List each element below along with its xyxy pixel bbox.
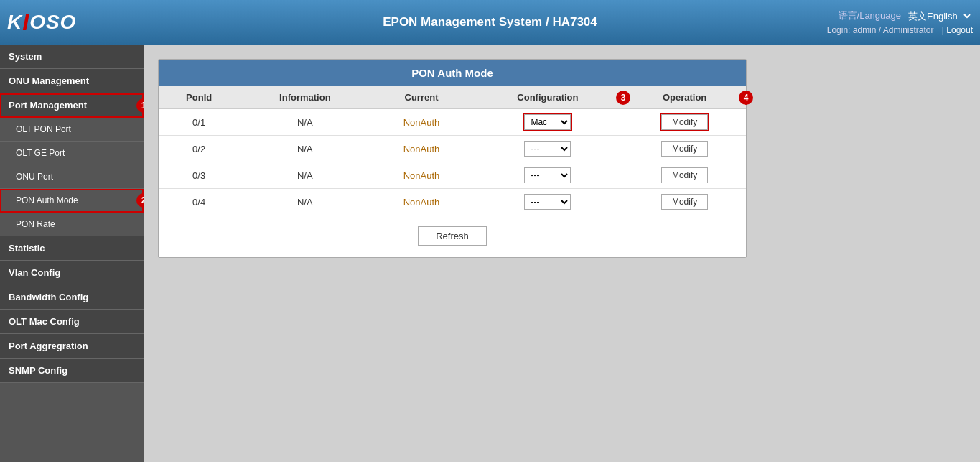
- table-title: PON Auth Mode: [159, 60, 746, 86]
- layout: System ONU Management Port Management 1 …: [0, 45, 980, 462]
- config-select-row4[interactable]: --- Mac Loid Hybrid: [524, 194, 571, 210]
- sidebar-item-olt-pon-port[interactable]: OLT PON Port: [0, 118, 144, 142]
- sidebar-item-vlan-config[interactable]: Vlan Config: [0, 261, 144, 285]
- cell-current: NonAuth: [370, 189, 472, 216]
- cell-current: NonAuth: [370, 109, 472, 136]
- header-right: 语言/Language 英文English 中文Chinese Login: a…: [827, 9, 973, 35]
- modify-button-row3[interactable]: Modify: [661, 167, 708, 183]
- sidebar-item-olt-ge-port[interactable]: OLT GE Port: [0, 142, 144, 165]
- sidebar-item-bandwidth-config[interactable]: Bandwidth Config: [0, 285, 144, 310]
- cell-config: --- Mac Loid Hybrid: [472, 189, 624, 216]
- col-current: Current: [370, 86, 472, 109]
- col-configuration: Configuration 3: [472, 86, 624, 109]
- refresh-button[interactable]: Refresh: [418, 226, 487, 246]
- table-header-row: PonId Information Current Configuration …: [159, 86, 746, 109]
- table-row: 0/3 N/A NonAuth --- Mac Loid Hybrid: [159, 162, 746, 189]
- logo-area: KIOSO: [7, 9, 76, 36]
- sidebar-item-pon-auth-mode[interactable]: PON Auth Mode 2: [0, 189, 144, 213]
- modify-button-row2[interactable]: Modify: [661, 141, 708, 157]
- sidebar-item-onu-management[interactable]: ONU Management: [0, 69, 144, 93]
- badge-1: 1: [136, 98, 144, 113]
- main-content: PON Auth Mode PonId Information Current …: [144, 45, 980, 462]
- config-select-row3[interactable]: --- Mac Loid Hybrid: [524, 167, 571, 183]
- sidebar: System ONU Management Port Management 1 …: [0, 45, 144, 462]
- config-select-row2[interactable]: --- Mac Loid Hybrid: [524, 141, 571, 157]
- cell-op: Modify: [623, 162, 746, 189]
- table-row: 0/4 N/A NonAuth --- Mac Loid Hybrid: [159, 189, 746, 216]
- cell-config: --- Mac Loid Hybrid: [472, 162, 624, 189]
- cell-ponid: 0/4: [159, 189, 239, 216]
- cell-info: N/A: [239, 109, 370, 136]
- table-row: 0/1 N/A NonAuth Mac --- Loid Hybrid: [159, 109, 746, 136]
- config-select-row1[interactable]: Mac --- Loid Hybrid: [524, 114, 571, 130]
- table-body: 0/1 N/A NonAuth Mac --- Loid Hybrid: [159, 109, 746, 216]
- modify-button-row1[interactable]: Modify: [661, 114, 708, 130]
- pon-auth-mode-table: PonId Information Current Configuration …: [159, 86, 746, 215]
- badge-4: 4: [739, 91, 753, 105]
- table-row: 0/2 N/A NonAuth --- Mac Loid Hybrid: [159, 136, 746, 162]
- language-select[interactable]: 英文English 中文Chinese: [905, 10, 973, 22]
- sidebar-item-statistic[interactable]: Statistic: [0, 236, 144, 261]
- cell-config: Mac --- Loid Hybrid: [472, 109, 624, 136]
- lang-label: 语言/Language: [839, 9, 901, 22]
- sidebar-item-pon-rate[interactable]: PON Rate: [0, 213, 144, 236]
- cell-config: --- Mac Loid Hybrid: [472, 136, 624, 162]
- cell-op: Modify: [623, 189, 746, 216]
- cell-info: N/A: [239, 136, 370, 162]
- col-operation: Operation 4: [623, 86, 746, 109]
- cell-current: NonAuth: [370, 136, 472, 162]
- col-ponid: PonId: [159, 86, 239, 109]
- cell-current: NonAuth: [370, 162, 472, 189]
- logout-link[interactable]: | Logout: [942, 25, 973, 35]
- sidebar-item-system[interactable]: System: [0, 45, 144, 69]
- cell-info: N/A: [239, 162, 370, 189]
- badge-2: 2: [136, 193, 144, 208]
- cell-op: Modify: [623, 136, 746, 162]
- cell-ponid: 0/3: [159, 162, 239, 189]
- sidebar-item-snmp-config[interactable]: SNMP Config: [0, 359, 144, 383]
- cell-ponid: 0/1: [159, 109, 239, 136]
- sidebar-item-onu-port[interactable]: ONU Port: [0, 165, 144, 189]
- modify-button-row4[interactable]: Modify: [661, 194, 708, 210]
- cell-op: Modify: [623, 109, 746, 136]
- refresh-area: Refresh: [159, 215, 746, 257]
- pon-auth-mode-table-container: PON Auth Mode PonId Information Current …: [158, 59, 747, 258]
- col-information: Information: [239, 86, 370, 109]
- sidebar-item-port-aggregation[interactable]: Port Aggregration: [0, 334, 144, 359]
- sidebar-item-port-management[interactable]: Port Management 1: [0, 93, 144, 118]
- sidebar-item-olt-mac-config[interactable]: OLT Mac Config: [0, 310, 144, 334]
- cell-ponid: 0/2: [159, 136, 239, 162]
- page-title: EPON Management System / HA7304: [383, 15, 597, 29]
- cell-info: N/A: [239, 189, 370, 216]
- login-info: Login: admin / Administrator: [827, 25, 934, 35]
- header: KIOSO EPON Management System / HA7304 语言…: [0, 0, 980, 45]
- logo: KIOSO: [7, 9, 76, 36]
